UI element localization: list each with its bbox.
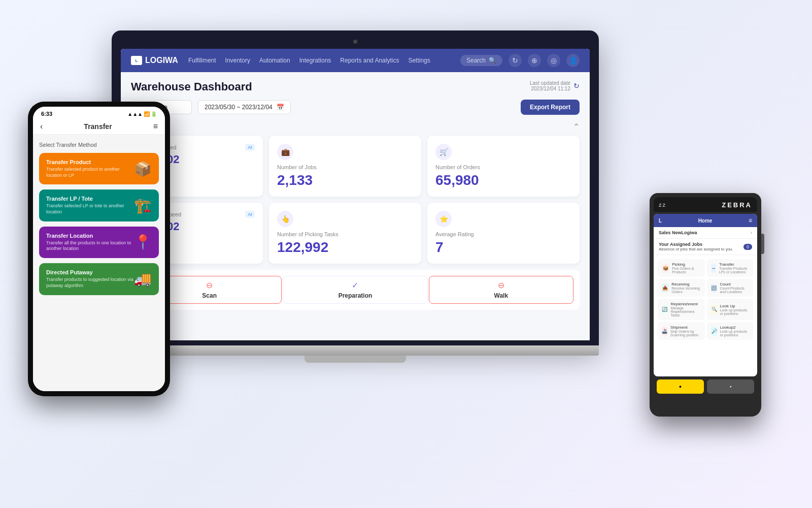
zebra-screen-nav: L Home ≡	[654, 214, 757, 227]
dashboard-content: Warehouse Dashboard Last updated date 20…	[121, 72, 590, 340]
zebra-side-button[interactable]	[761, 234, 764, 254]
zebra-assigned-row[interactable]: Your Assigned Jobs Absence of jobs that …	[654, 239, 757, 255]
metric-card-rating: ⭐ Average Rating 7	[427, 203, 580, 264]
zebra-menu-count[interactable]: 🔢 Count Count Products and Locations	[707, 279, 753, 297]
search-label: Search	[466, 57, 486, 64]
lookup2-menu-icon: 🔎	[711, 327, 717, 336]
select-transfer-label: Select Transfer Method	[39, 142, 159, 148]
transfer-menu-desc: Transfer Products LPs or Locations	[719, 267, 749, 274]
collapse-icon[interactable]: ⌃	[573, 122, 580, 132]
zebra-screen-logo: L	[659, 218, 662, 224]
refresh-icon-btn[interactable]: ↻	[509, 54, 522, 67]
user-icon-btn[interactable]: 👤	[566, 54, 580, 67]
zebra-menu-icon[interactable]: ≡	[749, 217, 752, 224]
phone-signal: ▲▲▲ 📶 🔋	[127, 111, 157, 117]
nav-automation[interactable]: Automation	[259, 57, 290, 64]
laptop: L LOGIWA Fulfillment Inventory Automatio…	[112, 30, 599, 376]
metrics-top-row: Walking Speed AI 2.3/2.02 Avg/Std Sec. 💼…	[131, 136, 580, 197]
zebra-yellow-button[interactable]: ●	[657, 379, 704, 394]
calendar-icon: 📅	[277, 104, 284, 111]
nav-search-box[interactable]: Search 🔍	[460, 55, 502, 66]
zebra-menu-lookup[interactable]: 🔍 Look Up Look up products or positions	[707, 299, 753, 320]
shipment-menu-label: Shipment	[670, 325, 701, 330]
transfer-lp-icon: 🏗️	[134, 197, 152, 214]
last-updated: Last updated date 2023/12/04 11:12 ↻	[530, 80, 580, 91]
collapse-row: ⌃	[131, 122, 580, 132]
orders-icon: 🛒	[435, 144, 452, 160]
zebra-menu-shipment[interactable]: 🚢 Shipment Ship Orders by Scanning posit…	[658, 322, 705, 340]
transfer-product-title: Transfer Product	[46, 159, 134, 165]
zebra-gray-button[interactable]: ▪	[707, 379, 754, 394]
phone-time: 6:33	[41, 111, 52, 117]
metric-card-picking: 👆 Number of Picking Tasks 122,992	[269, 203, 421, 264]
zebra-menu-lookup2[interactable]: 🔎 Lookup2 Look up products or positions	[707, 322, 753, 340]
transfer-putaway-title: Directed Putaway	[46, 269, 134, 275]
transfer-card-location[interactable]: Transfer Location Transfer all the produ…	[39, 227, 159, 258]
picking-menu-label: Picking	[672, 262, 701, 267]
walk-label: Walk	[494, 292, 509, 299]
nav-reports[interactable]: Reports and Analytics	[340, 57, 399, 64]
metric-rating-value: 7	[435, 239, 571, 256]
nav-links: Fulfillment Inventory Automation Integra…	[188, 57, 450, 64]
nav-integrations[interactable]: Integrations	[299, 57, 331, 64]
walk-section: ⊖ Scan ✓ Preparation ⊖ Walk	[131, 270, 580, 310]
print-icon-btn[interactable]: ⊕	[528, 54, 541, 67]
zebra-top: ZZ ZEBRA	[654, 197, 757, 212]
rating-icon: ⭐	[435, 211, 452, 227]
zebra-assigned-count: 0	[743, 244, 752, 250]
signal-icon: ▲▲▲	[127, 111, 143, 117]
zebra-device: ZZ ZEBRA L Home ≡ Sales NewLogiwa › Your…	[650, 193, 761, 417]
transfer-card-product[interactable]: Transfer Product Transfer selected produ…	[39, 153, 159, 184]
logo-text: LOGIWA	[145, 56, 178, 65]
transfer-card-lp[interactable]: Transfer LP / Tote Transfer selected LP …	[39, 189, 159, 221]
nav-settings[interactable]: Settings	[408, 57, 430, 64]
picking-menu-desc: Pick Orders & Products	[672, 267, 701, 274]
refresh-icon[interactable]: ↻	[573, 82, 580, 90]
zebra-company-chevron: ›	[751, 230, 752, 235]
lookup-menu-desc: Look up products or positions	[720, 308, 749, 315]
metric-picking-label: Number of Picking Tasks	[277, 231, 339, 237]
shipment-menu-icon: 🚢	[662, 327, 667, 336]
wifi-icon: 📶	[144, 111, 150, 117]
metric-rating-label: Average Rating	[435, 231, 474, 237]
zebra-menu-receiving[interactable]: 📥 Receiving Receive Incoming Orders	[658, 279, 705, 297]
count-menu-desc: Count Products and Locations	[720, 287, 749, 294]
lookup2-menu-label: Lookup2	[720, 325, 749, 330]
transfer-putaway-desc: Transfer products to suggested location …	[46, 277, 134, 289]
transfer-card-putaway[interactable]: Directed Putaway Transfer products to su…	[39, 263, 159, 295]
lookup-menu-icon: 🔍	[711, 305, 717, 314]
preparation-ok-icon: ✓	[352, 280, 358, 290]
scan-warning-icon: ⊖	[206, 280, 213, 290]
zebra-menu-picking[interactable]: 📦 Picking Pick Orders & Products	[658, 259, 705, 277]
logo-icon: L	[131, 56, 142, 65]
metrics-bottom-row: Operation Speed AI 3.4/3.02 Avg/Std Sec.…	[131, 203, 580, 264]
walk-item-preparation[interactable]: ✓ Preparation	[283, 276, 427, 304]
zebra-screen: L Home ≡ Sales NewLogiwa › Your Assigned…	[654, 214, 757, 376]
date-filter[interactable]: 2023/05/30 ~ 2023/12/04 📅	[198, 100, 291, 114]
nav-inventory[interactable]: Inventory	[225, 57, 250, 64]
zebra-bottom-buttons: ● ▪	[654, 376, 757, 397]
phone-status-bar: 6:33 ▲▲▲ 📶 🔋	[33, 107, 165, 119]
zebra-menu-replenishment[interactable]: 🔄 Replenishment Manage Replenishment Tas…	[658, 299, 705, 320]
zebra-assigned-sub: Absence of jobs that are assigned to you…	[659, 247, 733, 251]
count-menu-label: Count	[720, 282, 749, 287]
phone-left: 6:33 ▲▲▲ 📶 🔋 ‹ Transfer ≡ Select Transfe…	[28, 102, 170, 396]
settings-icon-btn[interactable]: ◎	[547, 54, 560, 67]
zebra-menu-transfer[interactable]: ↔️ Transfer Transfer Products LPs or Loc…	[707, 259, 753, 277]
scan-label: Scan	[202, 292, 217, 299]
laptop-camera	[353, 40, 357, 44]
metric-jobs-label: Number of Jobs	[277, 164, 317, 170]
zebra-company-row[interactable]: Sales NewLogiwa ›	[654, 227, 757, 239]
laptop-base	[112, 345, 599, 356]
receiving-menu-desc: Receive Incoming Orders	[671, 287, 701, 294]
hamburger-icon[interactable]: ≡	[153, 122, 158, 131]
back-button[interactable]: ‹	[40, 122, 43, 131]
nav-right: Search 🔍 ↻ ⊕ ◎ 👤	[460, 54, 580, 67]
ai-badge-walking: AI	[245, 144, 255, 151]
nav-fulfillment[interactable]: Fulfillment	[188, 57, 216, 64]
walk-item-walk[interactable]: ⊖ Walk	[429, 276, 573, 304]
replenishment-menu-desc: Manage Replenishment Tasks	[671, 306, 701, 317]
transfer-putaway-icon: 🚚	[134, 271, 152, 288]
nav-bar: L LOGIWA Fulfillment Inventory Automatio…	[121, 49, 590, 72]
export-report-button[interactable]: Export Report	[521, 100, 580, 115]
